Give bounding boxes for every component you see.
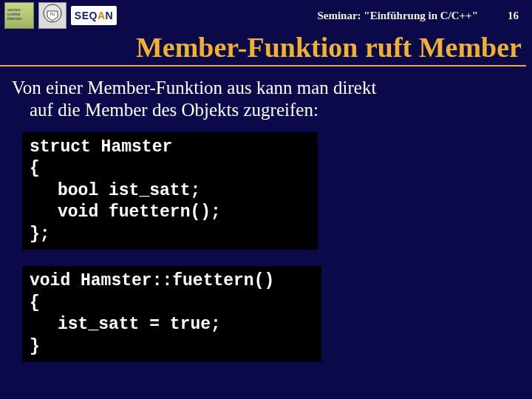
- veritas-logo-text: veritas iustitia libertas: [7, 7, 33, 21]
- code1-l1: struct Hamster: [30, 137, 172, 157]
- page-number: 16: [508, 10, 519, 22]
- body-line-2: auf die Member des Objekts zugreifen:: [12, 99, 519, 121]
- seqan-logo-icon: SEQAN: [71, 6, 117, 25]
- seqan-seq: SEQ: [75, 10, 98, 21]
- code-block-impl: void Hamster::fuettern() { ist_satt = tr…: [22, 266, 321, 362]
- code2-l4: }: [30, 337, 40, 356]
- code1-l5: };: [30, 225, 50, 244]
- seqan-a: A: [98, 10, 106, 21]
- code1-l4: void fuettern();: [30, 202, 307, 223]
- code1-l3: bool ist_satt;: [30, 180, 307, 202]
- slide-title: Member-Funktion ruft Member: [0, 31, 526, 66]
- code2-l1: void Hamster::fuettern(): [30, 271, 274, 290]
- body-text: Von einer Member-Funktion aus kann man d…: [0, 66, 532, 125]
- code2-l2: {: [30, 293, 40, 313]
- svg-text:FU: FU: [50, 12, 55, 16]
- seminar-label: Seminar: "Einführung in C/C++": [317, 10, 478, 22]
- code1-l2: {: [30, 159, 40, 178]
- veritas-logo-icon: veritas iustitia libertas: [4, 2, 34, 29]
- code2-l3: ist_satt = true;: [30, 314, 311, 335]
- slide-header: veritas iustitia libertas FU SEQAN Semin…: [0, 0, 532, 31]
- code-block-struct: struct Hamster { bool ist_satt;void fuet…: [22, 132, 318, 250]
- university-shield-icon: FU: [38, 2, 66, 29]
- body-line-1: Von einer Member-Funktion aus kann man d…: [12, 78, 376, 98]
- title-row: Member-Funktion ruft Member: [0, 31, 532, 66]
- header-right: Seminar: "Einführung in C/C++" 16: [317, 10, 519, 22]
- seqan-n: N: [106, 10, 114, 21]
